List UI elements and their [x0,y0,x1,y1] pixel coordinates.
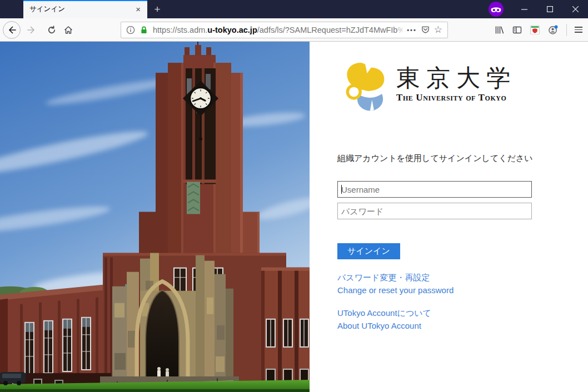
library-icon[interactable] [495,26,504,34]
toolbar-separator [566,24,567,36]
private-browsing-mask-icon [489,2,504,17]
navigation-toolbar: https://sts.adm.u-tokyo.ac.jp/adfs/ls/?S… [0,18,588,42]
new-tab-button[interactable]: + [148,0,166,18]
extension-account-icon[interactable] [548,25,558,35]
bookmark-star-icon[interactable]: ☆ [434,25,442,34]
about-account-link-en[interactable]: About UTokyo Account [337,319,431,332]
titlebar: サインイン × + [0,0,588,18]
about-links: UTokyo Accountについて About UTokyo Account [337,306,431,332]
signin-panel: 東京大学 The University of Tokyo 組織アカウントを使用し… [310,42,588,392]
logo-title-jp: 東京大学 [396,65,516,91]
minimize-button[interactable] [511,0,537,18]
tab-title: サインイン [29,4,133,14]
home-button[interactable] [59,21,77,39]
maximize-button[interactable] [537,0,562,18]
url-bar[interactable]: https://sts.adm.u-tokyo.ac.jp/adfs/ls/?S… [121,22,448,38]
signin-instruction: 組織アカウントを使用してサインインしてください [337,153,533,164]
https-lock-icon[interactable] [139,26,148,34]
page-content: 東京大学 The University of Tokyo 組織アカウントを使用し… [0,42,588,392]
text-caret [341,185,342,194]
change-password-link-en[interactable]: Change or reset your password [337,284,454,296]
ginkgo-leaf-icon [341,61,390,114]
password-field-wrap [337,203,532,219]
site-info-icon[interactable] [126,26,135,34]
forward-button[interactable] [23,21,41,39]
extension-shield-icon[interactable] [530,25,540,34]
hamburger-menu-icon[interactable] [570,22,587,38]
sidebar-toggle-icon[interactable] [512,26,522,34]
about-account-link-jp[interactable]: UTokyo Accountについて [337,306,431,319]
signin-button[interactable]: サインイン [337,243,400,259]
browser-window: サインイン × + [0,0,588,392]
page-actions-icon[interactable]: ••• [407,27,417,33]
tab-close-icon[interactable]: × [133,4,143,14]
change-password-link-jp[interactable]: パスワード変更・再設定 [337,271,454,284]
back-button[interactable] [3,21,21,39]
password-links: パスワード変更・再設定 Change or reset your passwor… [337,271,454,296]
window-controls [511,0,588,18]
utokyo-logo: 東京大学 The University of Tokyo [341,61,516,114]
username-field-wrap [337,181,532,198]
url-domain: u-tokyo.ac.jp [207,26,257,34]
logo-text: 東京大学 The University of Tokyo [396,61,516,103]
url-text[interactable]: https://sts.adm.u-tokyo.ac.jp/adfs/ls/?S… [153,26,402,34]
tab-signin[interactable]: サインイン × [23,0,147,18]
pocket-icon[interactable] [421,26,430,34]
reload-button[interactable] [43,21,61,39]
close-button[interactable] [562,0,588,18]
url-scheme: https://sts.adm. [153,26,207,34]
campus-photo [0,42,310,392]
url-truncation: % [397,26,402,34]
username-input[interactable] [337,181,532,198]
logo-title-en: The University of Tokyo [396,92,516,103]
url-path: /adfs/ls/?SAMLRequest=hZJdT4MwFIb [257,26,398,34]
password-input[interactable] [337,203,532,219]
